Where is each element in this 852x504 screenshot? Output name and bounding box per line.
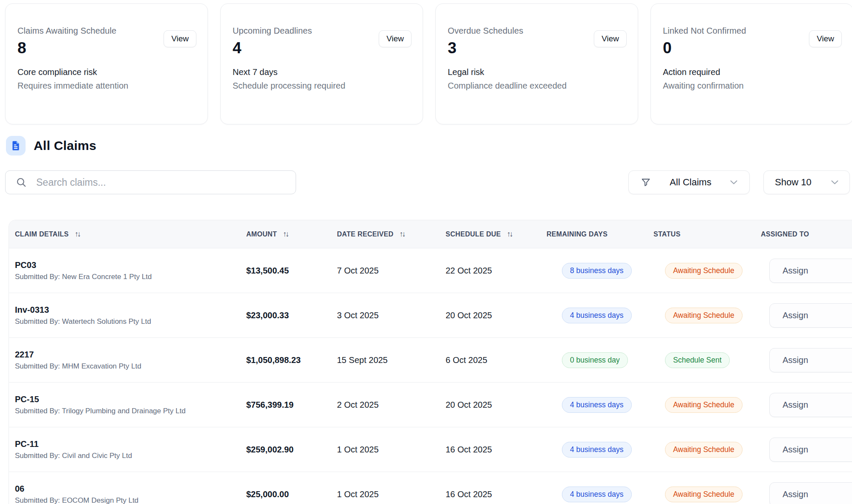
column-header-label: SCHEDULE DUE [446, 230, 501, 238]
card-subtitle: Core compliance risk [17, 67, 196, 77]
status-badge: Awaiting Schedule [665, 263, 743, 279]
status-badge: Awaiting Schedule [665, 308, 743, 323]
schedule-due-cell: 22 Oct 2025 [446, 266, 547, 276]
status-badge: Awaiting Schedule [665, 442, 743, 458]
column-header: CLAIM DETAILS ↑↓ [9, 230, 246, 239]
schedule-due-cell: 20 Oct 2025 [446, 311, 547, 320]
card-subtitle: Action required [663, 67, 841, 77]
remaining-days-badge: 4 business days [562, 397, 632, 413]
status-badge: Awaiting Schedule [665, 487, 743, 502]
date-received-cell: 3 Oct 2025 [337, 311, 446, 320]
assign-button[interactable]: Assign [769, 348, 852, 372]
claim-id: PC-11 [15, 439, 246, 449]
claim-details-cell: 06 Submitted By: EOCOM Design Pty Ltd [9, 484, 246, 504]
table-row: 2217 Submitted By: MHM Excavation Pty Lt… [9, 338, 852, 383]
claim-id: 2217 [15, 350, 246, 360]
column-header: AMOUNT ↑↓ [246, 230, 337, 239]
assign-button[interactable]: Assign [769, 438, 852, 462]
amount-cell: $756,399.19 [246, 400, 337, 410]
search-box [5, 170, 296, 194]
schedule-due-cell: 20 Oct 2025 [446, 400, 547, 410]
card-description: Schedule processing required [233, 81, 411, 91]
summary-cards: Claims Awaiting Schedule 8 Core complian… [5, 3, 852, 124]
filter-dropdown[interactable]: All Claims [628, 170, 750, 194]
claim-id: PC03 [15, 260, 246, 270]
amount-cell: $1,050,898.23 [246, 355, 337, 365]
date-received-cell: 1 Oct 2025 [337, 445, 446, 455]
table-header-row: CLAIM DETAILS ↑↓ AMOUNT ↑↓ DATE RECEIVED… [9, 220, 852, 248]
date-received-cell: 7 Oct 2025 [337, 266, 446, 276]
amount-cell: $259,002.90 [246, 445, 337, 455]
table-body: PC03 Submitted By: New Era Concrete 1 Pt… [9, 248, 852, 504]
table-row: PC-15 Submitted By: Trilogy Plumbing and… [9, 383, 852, 427]
column-header: DATE RECEIVED ↑↓ [337, 230, 446, 239]
claim-submitted-by: Submitted By: Watertech Solutions Pty Lt… [15, 317, 246, 326]
date-received-cell: 15 Sept 2025 [337, 355, 446, 365]
assign-button[interactable]: Assign [769, 393, 852, 417]
claims-table: CLAIM DETAILS ↑↓ AMOUNT ↑↓ DATE RECEIVED… [9, 220, 852, 504]
amount-cell: $13,500.45 [246, 266, 337, 276]
sort-icon[interactable]: ↑↓ [400, 230, 405, 239]
date-received-cell: 2 Oct 2025 [337, 400, 446, 410]
schedule-due-cell: 16 Oct 2025 [446, 445, 547, 455]
column-header-label: STATUS [653, 230, 680, 238]
sort-icon[interactable]: ↑↓ [283, 230, 288, 239]
card-subtitle: Legal risk [448, 67, 626, 77]
status-badge: Schedule Sent [665, 352, 730, 368]
claim-details-cell: PC-15 Submitted By: Trilogy Plumbing and… [9, 395, 246, 415]
claim-submitted-by: Submitted By: Trilogy Plumbing and Drain… [15, 407, 246, 415]
card-subtitle: Next 7 days [233, 67, 411, 77]
filter-icon [641, 177, 651, 187]
document-icon [6, 136, 26, 156]
search-icon [16, 177, 27, 188]
claim-details-cell: PC03 Submitted By: New Era Concrete 1 Pt… [9, 260, 246, 281]
assign-button[interactable]: Assign [769, 259, 852, 283]
view-button[interactable]: View [164, 30, 196, 47]
summary-card: Claims Awaiting Schedule 8 Core complian… [5, 3, 208, 124]
schedule-due-cell: 6 Oct 2025 [446, 355, 547, 365]
assign-button[interactable]: Assign [769, 303, 852, 328]
sort-icon[interactable]: ↑↓ [75, 230, 80, 239]
page-title: All Claims [34, 138, 96, 153]
column-header: ASSIGNED TO [761, 230, 852, 238]
sort-icon[interactable]: ↑↓ [507, 230, 512, 239]
schedule-due-cell: 16 Oct 2025 [446, 490, 547, 499]
column-header-label: CLAIM DETAILS [15, 230, 69, 238]
card-description: Requires immediate attention [17, 81, 196, 91]
column-header: STATUS [653, 230, 761, 238]
claim-submitted-by: Submitted By: EOCOM Design Pty Ltd [15, 496, 246, 504]
section-header: All Claims [6, 136, 96, 156]
claim-submitted-by: Submitted By: MHM Excavation Pty Ltd [15, 362, 246, 371]
table-row: Inv-0313 Submitted By: Watertech Solutio… [9, 293, 852, 338]
search-input[interactable] [36, 177, 285, 188]
view-button[interactable]: View [594, 30, 627, 47]
amount-cell: $25,000.00 [246, 490, 337, 499]
status-badge: Awaiting Schedule [665, 397, 743, 413]
claim-id: Inv-0313 [15, 305, 246, 315]
column-header: SCHEDULE DUE ↑↓ [446, 230, 547, 239]
claim-id: PC-15 [15, 395, 246, 404]
summary-card: Upcoming Deadlines 4 Next 7 days Schedul… [220, 3, 423, 124]
claim-submitted-by: Submitted By: New Era Concrete 1 Pty Ltd [15, 273, 246, 281]
column-header-label: DATE RECEIVED [337, 230, 394, 238]
filter-selected-value: All Claims [670, 177, 711, 188]
column-header: REMAINING DAYS [547, 230, 653, 238]
remaining-days-badge: 4 business days [562, 442, 632, 458]
chevron-down-icon [831, 180, 838, 184]
column-header-label: REMAINING DAYS [547, 230, 607, 238]
card-description: Awaiting confirmation [663, 81, 841, 91]
page-size-dropdown[interactable]: Show 10 [763, 170, 850, 194]
claim-details-cell: 2217 Submitted By: MHM Excavation Pty Lt… [9, 350, 246, 371]
table-row: PC-11 Submitted By: Civil and Civic Pty … [9, 427, 852, 472]
table-row: PC03 Submitted By: New Era Concrete 1 Pt… [9, 248, 852, 293]
view-button[interactable]: View [379, 30, 412, 47]
card-description: Compliance deadline exceeded [448, 81, 626, 91]
claim-submitted-by: Submitted By: Civil and Civic Pty Ltd [15, 452, 246, 460]
column-header-label: ASSIGNED TO [761, 230, 809, 238]
view-button[interactable]: View [809, 30, 842, 47]
claim-details-cell: PC-11 Submitted By: Civil and Civic Pty … [9, 439, 246, 460]
remaining-days-badge: 8 business days [562, 263, 632, 279]
assign-button[interactable]: Assign [769, 482, 852, 504]
remaining-days-badge: 4 business days [562, 308, 632, 323]
chevron-down-icon [730, 180, 737, 184]
